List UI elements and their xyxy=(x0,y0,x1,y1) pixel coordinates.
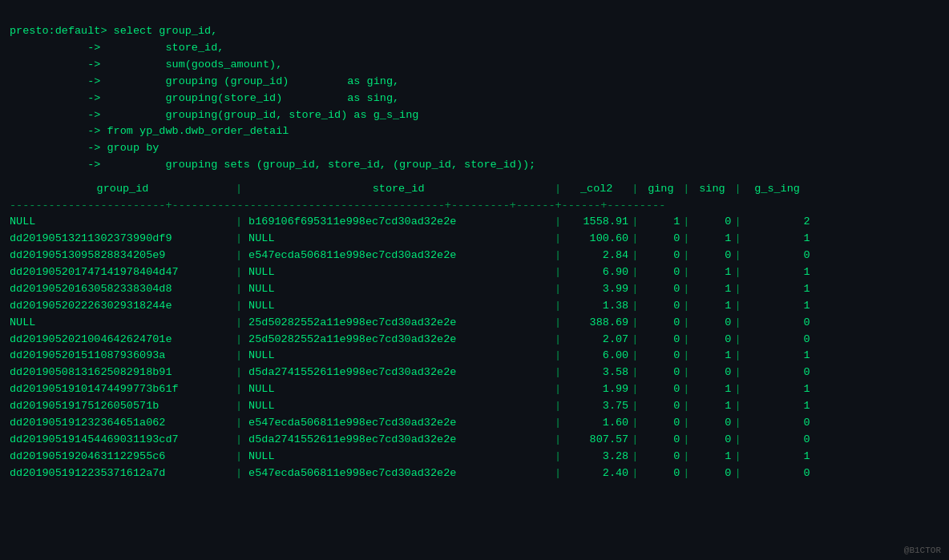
table-cell: 0 xyxy=(689,332,734,348)
sql-line-6: -> grouping(group_id, store_id) as g_s_i… xyxy=(10,109,418,121)
table-cell: dd20190513095828834205e9 xyxy=(10,248,236,264)
table-cell: NULL xyxy=(242,398,555,415)
table-cell: 0 xyxy=(689,415,734,432)
table-cell: 0 xyxy=(741,432,814,449)
table-cell: 0 xyxy=(638,365,683,381)
table-cell: 0 xyxy=(638,298,683,315)
table-cell: e547ecda506811e998ec7cd30ad32e2e xyxy=(242,465,555,482)
table-cell: 0 xyxy=(638,432,683,449)
table-cell: NULL xyxy=(10,214,236,231)
table-cell: 3.58 xyxy=(561,365,632,381)
table-cell: 0 xyxy=(689,365,734,381)
table-cell: 388.69 xyxy=(561,315,632,332)
col-header-col2: _col2 xyxy=(561,180,632,199)
table-row: dd2019052022263029318244e | NULL | 1.38 … xyxy=(10,298,939,315)
table-cell: 25d50282552a11e998ec7cd30ad32e2e xyxy=(242,332,555,348)
table-cell: 0 xyxy=(741,332,814,348)
table-separator: ------------------------+---------------… xyxy=(10,199,939,214)
table-cell: 1 xyxy=(741,281,814,298)
table-cell: 3.99 xyxy=(561,281,632,298)
table-cell: 0 xyxy=(638,332,683,348)
table-cell: 0 xyxy=(689,248,734,264)
table-cell: 0 xyxy=(689,432,734,449)
table-row: NULL | b169106f695311e998ec7cd30ad32e2e … xyxy=(10,214,939,231)
table-cell: 1558.91 xyxy=(561,214,632,231)
watermark: @B1CTOR xyxy=(904,546,941,555)
sql-line-7: -> from yp_dwb.dwb_order_detail xyxy=(10,125,289,137)
table-cell: dd20190519175126050571b xyxy=(10,398,236,415)
table-cell: 1 xyxy=(741,231,814,248)
table-cell: 1 xyxy=(741,449,814,465)
table-row: NULL | 25d50282552a11e998ec7cd30ad32e2e … xyxy=(10,315,939,332)
table-cell: 0 xyxy=(689,465,734,482)
table-cell: 0 xyxy=(638,398,683,415)
table-row: dd201905191454469031193cd7 | d5da2741552… xyxy=(10,432,939,449)
table-cell: 0 xyxy=(741,415,814,432)
table-cell: dd201905201511087936093a xyxy=(10,348,236,365)
table-cell: 25d50282552a11e998ec7cd30ad32e2e xyxy=(242,315,555,332)
table-row: dd20190513095828834205e9 | e547ecda50681… xyxy=(10,248,939,264)
table-row: dd20190519175126050571b | NULL | 3.75 | … xyxy=(10,398,939,415)
table-cell: 1 xyxy=(689,231,734,248)
table-cell: 0 xyxy=(638,415,683,432)
table-cell: 0 xyxy=(638,348,683,365)
sql-line-8: -> group by xyxy=(10,142,159,154)
col-header-store_id: store_id xyxy=(242,180,555,199)
table-cell: 1 xyxy=(689,449,734,465)
table-cell: e547ecda506811e998ec7cd30ad32e2e xyxy=(242,248,555,264)
table-cell: 0 xyxy=(741,365,814,381)
table-cell: 1 xyxy=(741,398,814,415)
table-cell: dd2019052022263029318244e xyxy=(10,298,236,315)
table-cell: dd201905201630582338304d8 xyxy=(10,281,236,298)
table-row: dd20190513211302373990df9 | NULL | 100.6… xyxy=(10,231,939,248)
table-cell: 1 xyxy=(638,214,683,231)
table-row: dd201905191232364651a062 | e547ecda50681… xyxy=(10,415,939,432)
table-cell: 3.28 xyxy=(561,449,632,465)
table-cell: 1 xyxy=(689,298,734,315)
table-cell: 0 xyxy=(638,281,683,298)
table-cell: NULL xyxy=(10,315,236,332)
table-cell: 0 xyxy=(741,465,814,482)
table-cell: 2.40 xyxy=(561,465,632,482)
table-cell: 0 xyxy=(689,214,734,231)
table-cell: dd20190508131625082918b91 xyxy=(10,365,236,381)
table-cell: 2.84 xyxy=(561,248,632,264)
table-row: dd20190508131625082918b91 | d5da27415526… xyxy=(10,365,939,381)
table-cell: dd20190519204631122955c6 xyxy=(10,449,236,465)
table-cell: 0 xyxy=(638,264,683,281)
table-cell: 1.38 xyxy=(561,298,632,315)
table-cell: 0 xyxy=(689,315,734,332)
sql-line-1: presto:default> select group_id, xyxy=(10,25,217,37)
table-row: dd2019052021004642624701e | 25d50282552a… xyxy=(10,332,939,348)
table-header: group_id | store_id | _col2 | ging | sin… xyxy=(10,180,939,199)
table-cell: 6.00 xyxy=(561,348,632,365)
table-cell: 1 xyxy=(689,381,734,398)
table-cell: 6.90 xyxy=(561,264,632,281)
table-cell: 1.60 xyxy=(561,415,632,432)
sql-line-9: -> grouping sets (group_id, store_id, (g… xyxy=(10,159,535,171)
sql-line-3: -> sum(goods_amount), xyxy=(10,58,282,71)
table-row: dd201905201511087936093a | NULL | 6.00 |… xyxy=(10,348,939,365)
table-cell: dd201905201747141978404d47 xyxy=(10,264,236,281)
table-cell: 807.57 xyxy=(561,432,632,449)
table-cell: NULL xyxy=(242,449,555,465)
table-cell: 2 xyxy=(741,214,814,231)
table-cell: 0 xyxy=(638,381,683,398)
table-cell: 0 xyxy=(741,315,814,332)
table-cell: NULL xyxy=(242,348,555,365)
terminal: presto:default> select group_id, -> stor… xyxy=(0,0,949,180)
table-cell: 100.60 xyxy=(561,231,632,248)
col-header-group_id: group_id xyxy=(10,180,236,199)
table-cell: 1 xyxy=(689,281,734,298)
table-cell: e547ecda506811e998ec7cd30ad32e2e xyxy=(242,415,555,432)
table-cell: 1 xyxy=(689,398,734,415)
table-cell: NULL xyxy=(242,231,555,248)
table-body: NULL | b169106f695311e998ec7cd30ad32e2e … xyxy=(10,214,939,482)
table-row: dd20190519101474499773b61f | NULL | 1.99… xyxy=(10,381,939,398)
table-cell: dd20190513211302373990df9 xyxy=(10,231,236,248)
table-cell: dd2019051912235371612a7d xyxy=(10,465,236,482)
sql-line-2: -> store_id, xyxy=(10,42,224,54)
table-cell: NULL xyxy=(242,264,555,281)
table-cell: 1 xyxy=(741,298,814,315)
table-cell: 1 xyxy=(689,264,734,281)
